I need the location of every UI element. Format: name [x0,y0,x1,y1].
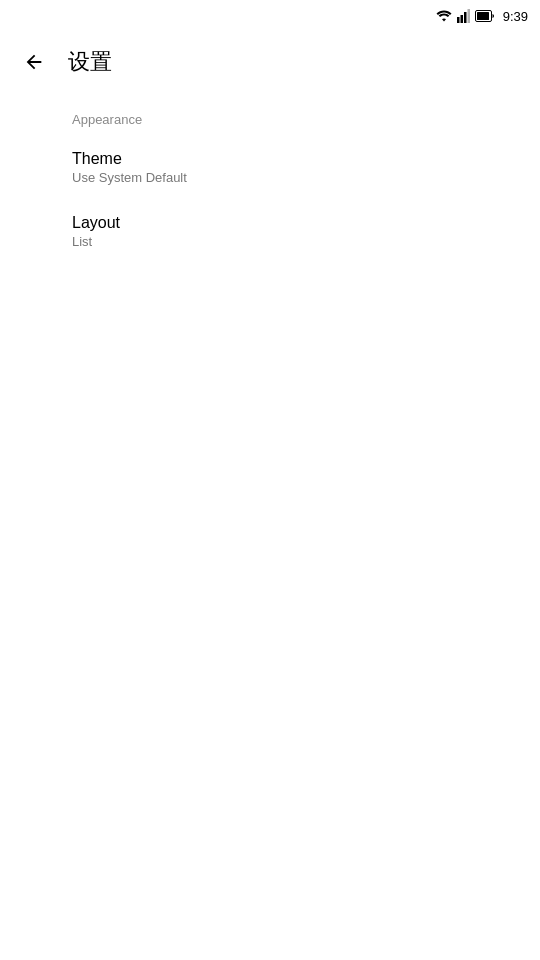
page-title: 设置 [68,47,112,77]
layout-title: Layout [72,214,468,232]
settings-item-layout[interactable]: Layout List [0,199,540,263]
theme-subtitle: Use System Default [72,170,468,185]
theme-title: Theme [72,150,468,168]
settings-item-theme[interactable]: Theme Use System Default [0,135,540,199]
back-button[interactable] [16,44,52,80]
status-icons: 9:39 [435,9,528,24]
section-header-appearance: Appearance [0,100,540,135]
wifi-icon [435,9,453,23]
svg-rect-0 [457,17,460,23]
svg-rect-2 [464,12,467,23]
status-time: 9:39 [503,9,528,24]
status-bar: 9:39 [0,0,540,32]
battery-icon [475,10,495,22]
settings-content: Appearance Theme Use System Default Layo… [0,92,540,271]
svg-rect-3 [467,9,470,23]
svg-rect-5 [477,12,489,20]
svg-rect-1 [460,15,463,23]
layout-subtitle: List [72,234,468,249]
top-app-bar: 设置 [0,32,540,92]
signal-icon [457,9,471,23]
